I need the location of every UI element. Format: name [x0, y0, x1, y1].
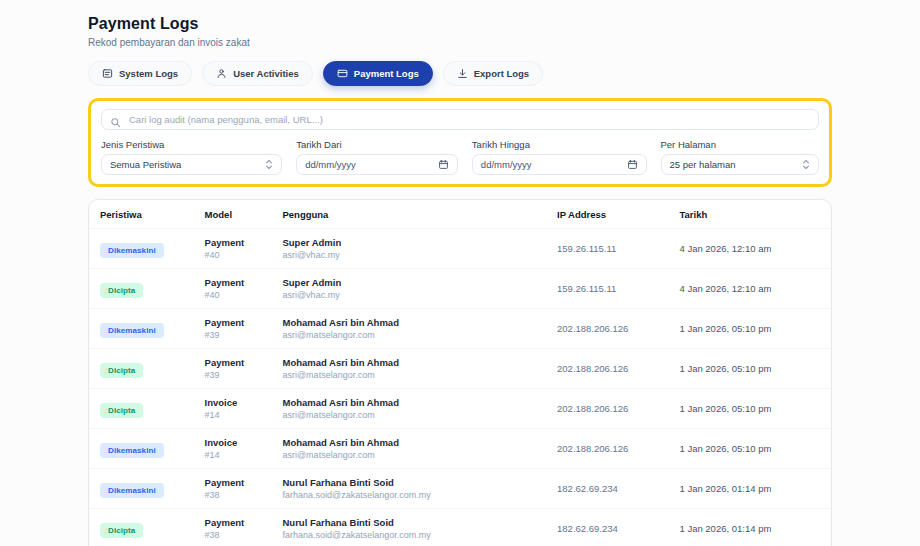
ip-address: 202.188.206.126 — [549, 389, 671, 429]
user-email: farhana.soid@zakatselangor.com.my — [282, 490, 541, 500]
filter-tarikh-dari: Tarikh Dari dd/mm/yyyy — [296, 139, 458, 175]
table-row: Dicipta Payment#40 Super Adminasri@vhac.… — [89, 269, 831, 309]
search-input[interactable] — [101, 109, 819, 130]
page-title: Payment Logs — [88, 15, 832, 33]
table-row: Dicipta Payment#38 Nurul Farhana Binti S… — [89, 509, 831, 546]
table-row: Dicipta Invoice#14 Mohamad Asri bin Ahma… — [89, 389, 831, 429]
user-name: Super Admin — [282, 277, 541, 288]
model-name: Payment — [205, 517, 267, 528]
tarikh-dari-input[interactable]: dd/mm/yyyy — [296, 154, 458, 175]
ip-address: 182.62.69.234 — [549, 469, 671, 509]
credit-card-icon — [337, 68, 348, 79]
tarikh-hingga-input[interactable]: dd/mm/yyyy — [472, 154, 647, 175]
table-row: Dikemaskini Payment#39 Mohamad Asri bin … — [89, 309, 831, 349]
column-header-ip: IP Address — [549, 200, 671, 229]
user-name: Mohamad Asri bin Ahmad — [282, 357, 541, 368]
model-name: Invoice — [205, 397, 267, 408]
filter-label: Tarikh Hingga — [472, 139, 647, 150]
tab-system-logs[interactable]: System Logs — [88, 61, 192, 86]
calendar-icon — [438, 159, 449, 170]
ip-address: 202.188.206.126 — [549, 429, 671, 469]
tab-label: Export Logs — [474, 68, 529, 79]
system-logs-icon — [102, 68, 113, 79]
user-email: asri@matselangor.com — [282, 410, 541, 420]
user-icon — [216, 68, 227, 79]
jenis-peristiwa-select[interactable]: Semua Peristiwa — [101, 154, 282, 175]
model-name: Payment — [205, 277, 267, 288]
event-badge: Dikemaskini — [100, 483, 164, 498]
table-row: Dikemaskini Payment#40 Super Adminasri@v… — [89, 229, 831, 269]
model-id: #14 — [205, 410, 267, 420]
user-email: farhana.soid@zakatselangor.com.my — [282, 530, 541, 540]
user-name: Nurul Farhana Binti Soid — [282, 517, 541, 528]
user-email: asri@matselangor.com — [282, 450, 541, 460]
tab-export-logs[interactable]: Export Logs — [443, 61, 543, 86]
tab-user-activities[interactable]: User Activities — [202, 61, 313, 86]
ip-address: 202.188.206.126 — [549, 349, 671, 389]
model-name: Payment — [205, 357, 267, 368]
log-date: 1 Jan 2026, 05:10 pm — [671, 349, 831, 389]
select-value: Semua Peristiwa — [110, 159, 181, 170]
log-date: 1 Jan 2026, 01:14 pm — [671, 469, 831, 509]
user-email: asri@vhac.my — [282, 250, 541, 260]
ip-address: 159.26.115.11 — [549, 269, 671, 309]
event-badge: Dikemaskini — [100, 443, 164, 458]
column-header-peristiwa: Peristiwa — [89, 200, 197, 229]
tab-label: Payment Logs — [354, 68, 419, 79]
ip-address: 202.188.206.126 — [549, 309, 671, 349]
event-badge: Dicipta — [100, 403, 143, 418]
tab-label: User Activities — [233, 68, 299, 79]
filter-tarikh-hingga: Tarikh Hingga dd/mm/yyyy — [472, 139, 647, 175]
filter-label: Per Halaman — [661, 139, 820, 150]
event-badge: Dicipta — [100, 363, 143, 378]
model-id: #38 — [205, 530, 267, 540]
tab-bar: System Logs User Activities Payment Logs… — [88, 61, 832, 86]
log-date: 1 Jan 2026, 05:10 pm — [671, 309, 831, 349]
log-date: 4 Jan 2026, 12:10 am — [671, 269, 831, 309]
calendar-icon — [627, 159, 638, 170]
model-id: #40 — [205, 290, 267, 300]
table-row: Dikemaskini Invoice#14 Mohamad Asri bin … — [89, 429, 831, 469]
tab-payment-logs[interactable]: Payment Logs — [323, 61, 433, 86]
logs-table: Peristiwa Model Pengguna IP Address Tari… — [89, 200, 831, 546]
logs-table-card: Peristiwa Model Pengguna IP Address Tari… — [88, 199, 832, 546]
date-value: dd/mm/yyyy — [481, 159, 532, 170]
filter-label: Tarikh Dari — [296, 139, 458, 150]
table-row: Dicipta Payment#39 Mohamad Asri bin Ahma… — [89, 349, 831, 389]
event-badge: Dicipta — [100, 523, 143, 538]
model-name: Invoice — [205, 437, 267, 448]
select-value: 25 per halaman — [670, 159, 736, 170]
download-icon — [457, 68, 468, 79]
model-id: #40 — [205, 250, 267, 260]
model-id: #39 — [205, 330, 267, 340]
model-name: Payment — [205, 237, 267, 248]
user-name: Mohamad Asri bin Ahmad — [282, 317, 541, 328]
column-header-tarikh: Tarikh — [671, 200, 831, 229]
user-name: Super Admin — [282, 237, 541, 248]
filter-panel: Jenis Peristiwa Semua Peristiwa Tarikh D… — [88, 98, 832, 187]
log-date: 4 Jan 2026, 12:10 am — [671, 229, 831, 269]
model-name: Payment — [205, 317, 267, 328]
log-date: 1 Jan 2026, 05:10 pm — [671, 389, 831, 429]
ip-address: 182.62.69.234 — [549, 509, 671, 546]
user-name: Mohamad Asri bin Ahmad — [282, 437, 541, 448]
user-name: Nurul Farhana Binti Soid — [282, 477, 541, 488]
table-header-row: Peristiwa Model Pengguna IP Address Tari… — [89, 200, 831, 229]
filter-label: Jenis Peristiwa — [101, 139, 282, 150]
search-box — [101, 109, 819, 130]
filter-row: Jenis Peristiwa Semua Peristiwa Tarikh D… — [101, 139, 819, 175]
user-name: Mohamad Asri bin Ahmad — [282, 397, 541, 408]
user-email: asri@matselangor.com — [282, 330, 541, 340]
filter-per-halaman: Per Halaman 25 per halaman — [661, 139, 820, 175]
filter-jenis-peristiwa: Jenis Peristiwa Semua Peristiwa — [101, 139, 282, 175]
model-id: #14 — [205, 450, 267, 460]
model-name: Payment — [205, 477, 267, 488]
date-value: dd/mm/yyyy — [305, 159, 356, 170]
payment-logs-page: Payment Logs Rekod pembayaran dan invois… — [88, 0, 832, 546]
chevron-up-down-icon — [802, 158, 810, 171]
user-email: asri@matselangor.com — [282, 370, 541, 380]
per-halaman-select[interactable]: 25 per halaman — [661, 154, 820, 175]
log-date: 1 Jan 2026, 01:14 pm — [671, 509, 831, 546]
tab-label: System Logs — [119, 68, 178, 79]
model-id: #38 — [205, 490, 267, 500]
